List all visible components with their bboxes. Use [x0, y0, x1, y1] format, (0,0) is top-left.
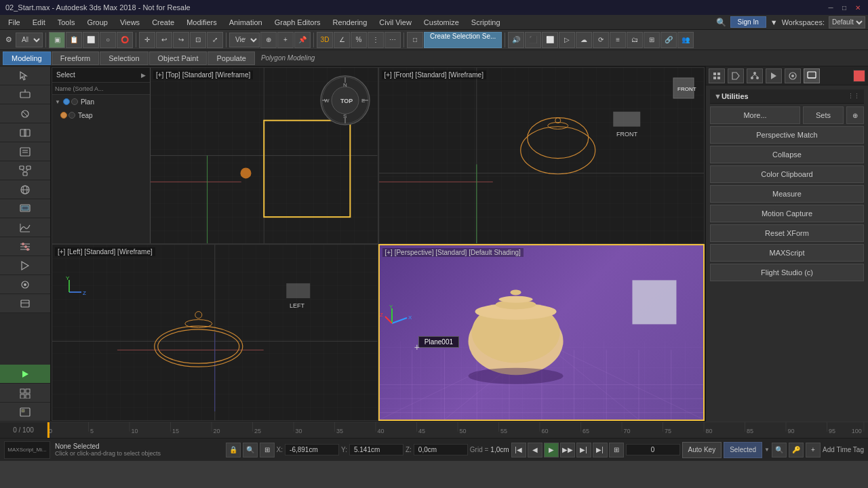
- selected-btn[interactable]: Selected: [724, 442, 762, 458]
- menu-edit[interactable]: Edit: [27, 17, 51, 28]
- viewport-layout-btn[interactable]: [0, 403, 50, 422]
- auto-key-btn[interactable]: Auto Key: [682, 442, 722, 458]
- layer-teapot-item[interactable]: Teap: [52, 108, 150, 122]
- hierarchy-panel-tab[interactable]: [747, 68, 763, 83]
- populate-btn[interactable]: 👥: [677, 32, 694, 48]
- layer-expand-icon[interactable]: ▼: [55, 99, 60, 105]
- layer-freeze-icon-2[interactable]: [68, 112, 75, 119]
- current-time-field[interactable]: 0: [626, 444, 680, 455]
- view-cube-front[interactable]: FRONT: [670, 75, 697, 103]
- util-sets-btn[interactable]: Sets: [803, 106, 844, 124]
- menu-rendering[interactable]: Rendering: [328, 17, 373, 28]
- spinner-snap-btn[interactable]: ⋮: [368, 32, 384, 48]
- paint-select-btn[interactable]: ⭕: [117, 32, 133, 48]
- snap-3d-btn[interactable]: 3D: [317, 32, 333, 48]
- display-floater-btn[interactable]: ⊞: [644, 32, 660, 48]
- goto-end-btn[interactable]: ▶|: [593, 443, 608, 458]
- key-mode-toggle-btn[interactable]: ⊞: [609, 443, 624, 458]
- menu-group[interactable]: Group: [81, 17, 113, 28]
- maximize-btn[interactable]: □: [840, 3, 849, 12]
- selected-dropdown-icon[interactable]: ▼: [764, 447, 770, 453]
- next-frame-btn[interactable]: ▶|: [576, 443, 591, 458]
- viewport-perspective[interactable]: X Y Z [+] [Perspective] [Standard] [Defa…: [378, 244, 705, 421]
- viewport-top[interactable]: Select ▶ Name (Sorted A... ▼ Plan: [52, 67, 378, 244]
- sidebar-material-editor-btn[interactable]: [0, 180, 50, 199]
- toolbar-mode-btn[interactable]: ⚙: [3, 34, 15, 46]
- key-filters-btn[interactable]: 🔑: [789, 443, 804, 458]
- compass-rose[interactable]: N S W E TOP: [318, 73, 372, 129]
- sidebar-dope-sheet-btn[interactable]: [0, 237, 50, 256]
- play-btn[interactable]: ▶: [544, 443, 559, 458]
- layer-all-item[interactable]: ▼ Plan: [52, 95, 150, 108]
- render-btn[interactable]: ▷: [559, 32, 575, 48]
- sidebar-curve-editor-btn[interactable]: [0, 218, 50, 237]
- move-btn[interactable]: ✛: [139, 32, 155, 48]
- prev-frame-btn[interactable]: ◀: [528, 443, 542, 458]
- menu-views[interactable]: Views: [115, 17, 145, 28]
- pin-btn[interactable]: 📌: [294, 32, 311, 48]
- menu-tools[interactable]: Tools: [52, 17, 81, 28]
- add-time-tag-label[interactable]: Add Time Tag: [823, 446, 864, 453]
- add-btn[interactable]: +: [277, 32, 294, 48]
- redo-btn[interactable]: ↪: [173, 32, 189, 48]
- layer-vis-icon-2[interactable]: [60, 112, 67, 119]
- tab-modeling[interactable]: Modeling: [3, 52, 51, 65]
- measure-btn[interactable]: Measure: [710, 185, 864, 203]
- perspective-match-btn[interactable]: Perspective Match: [710, 126, 864, 144]
- render-frame-btn[interactable]: ⬜: [542, 32, 558, 48]
- undo-btn[interactable]: ↩: [156, 32, 172, 48]
- create-selection-set-btn[interactable]: Create Selection Se...: [424, 32, 502, 48]
- scene-explorer-expand-arrow[interactable]: ▶: [141, 72, 146, 79]
- percent-snap-btn[interactable]: %: [351, 32, 367, 48]
- sidebar-bind-space-warp-btn[interactable]: [0, 123, 50, 142]
- viewport-left[interactable]: LEFT Z Y [+] [Left] [Standard] [Wirefram…: [52, 244, 378, 421]
- sign-in-btn[interactable]: Sign In: [730, 16, 766, 28]
- time-tag-btn[interactable]: +: [806, 443, 821, 458]
- maxscript-btn[interactable]: MAXScript: [710, 244, 864, 262]
- layer-vis-icon[interactable]: [63, 98, 70, 105]
- named-sel-btn[interactable]: □: [407, 32, 423, 48]
- sidebar-unlink-btn[interactable]: [0, 104, 50, 123]
- anim-tools-btn[interactable]: ⟳: [593, 32, 609, 48]
- menu-graph-editors[interactable]: Graph Editors: [269, 17, 326, 28]
- lasso-select-btn[interactable]: ○: [100, 32, 116, 48]
- display-panel-tab[interactable]: [785, 68, 801, 83]
- sidebar-link-btn[interactable]: [0, 85, 50, 104]
- menu-file[interactable]: File: [3, 17, 26, 28]
- motion-capture-btn[interactable]: Motion Capture: [710, 205, 864, 222]
- close-btn[interactable]: ✕: [853, 3, 863, 12]
- reset-xform-btn[interactable]: Reset XForm: [710, 224, 864, 242]
- util-icon-btn[interactable]: ⊕: [846, 106, 864, 124]
- scene-explorer-btn[interactable]: 🗂: [627, 32, 643, 48]
- maxscript-mini-panel[interactable]: MAXScript_Mi...: [4, 441, 50, 459]
- layer-freeze-icon[interactable]: [71, 98, 78, 105]
- goto-start-btn[interactable]: |◀: [511, 443, 526, 458]
- modify-panel-tab[interactable]: [728, 68, 744, 83]
- layer-manager-btn[interactable]: ≡: [610, 32, 626, 48]
- env-effects-btn[interactable]: ☁: [576, 32, 592, 48]
- pivot-btn[interactable]: ⊕: [260, 32, 277, 48]
- play-fwd-btn[interactable]: ▶▶: [560, 443, 575, 458]
- account-dropdown-icon[interactable]: ▼: [770, 18, 778, 26]
- collapse-btn[interactable]: Collapse: [710, 146, 864, 163]
- x-coord[interactable]: -6,891cm: [285, 444, 339, 455]
- sidebar-scene-exp-btn[interactable]: [0, 142, 50, 161]
- mirror-btn[interactable]: ⤢: [207, 32, 223, 48]
- sidebar-display-panel-btn[interactable]: [0, 275, 50, 294]
- material-editor-btn[interactable]: 🔊: [508, 32, 524, 48]
- sidebar-utilities-panel-btn[interactable]: [0, 294, 50, 313]
- status-icon-2[interactable]: 🔍: [243, 443, 258, 458]
- menu-scripting[interactable]: Scripting: [466, 17, 506, 28]
- tab-freeform[interactable]: Freeform: [52, 52, 100, 65]
- timeline[interactable]: 0 / 100 0 5 10 15 20 25 30 35 40 45: [0, 422, 868, 438]
- filter-select[interactable]: All: [16, 33, 43, 47]
- render-setup-btn[interactable]: ⬛: [525, 32, 541, 48]
- tab-object-paint[interactable]: Object Paint: [149, 52, 208, 65]
- rect-select-btn[interactable]: ⬜: [83, 32, 99, 48]
- search-key-btn[interactable]: 🔍: [772, 443, 787, 458]
- sidebar-select-btn[interactable]: [0, 66, 50, 85]
- angle-snap-btn[interactable]: ∠: [334, 32, 350, 48]
- sidebar-motion-panel-btn[interactable]: [0, 256, 50, 275]
- menu-animation[interactable]: Animation: [224, 17, 268, 28]
- view-mode-select[interactable]: View: [229, 33, 260, 47]
